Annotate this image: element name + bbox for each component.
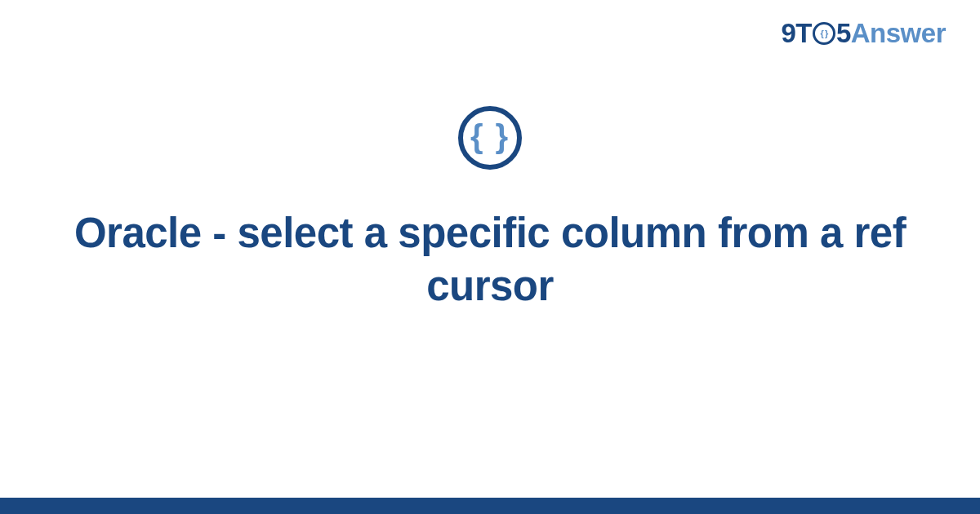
page-title-container: Oracle - select a specific column from a… xyxy=(0,206,980,313)
brand-five: 5 xyxy=(836,18,851,48)
brand-answer: Answer xyxy=(851,18,946,48)
page-title: Oracle - select a specific column from a… xyxy=(49,206,931,313)
code-braces-icon: { } xyxy=(458,106,522,170)
brand-nine: 9 xyxy=(781,18,795,48)
footer-accent-bar xyxy=(0,498,980,514)
brand-zero-icon: { } xyxy=(813,22,835,45)
brand-logo: 9T{ }5Answer xyxy=(781,18,946,49)
brand-t: T xyxy=(795,18,812,48)
